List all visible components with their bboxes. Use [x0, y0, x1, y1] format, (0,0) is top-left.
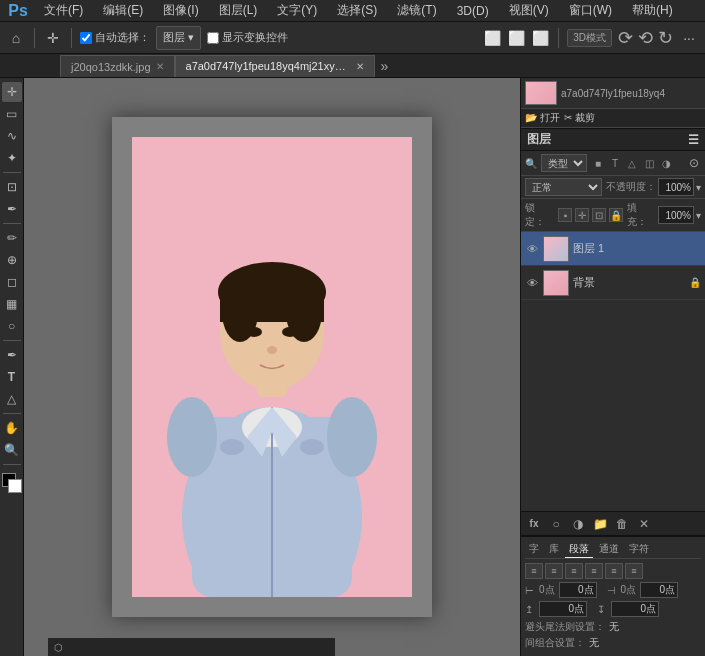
layer-bg-name: 背景 [573, 275, 685, 290]
tool-magic-wand[interactable]: ✦ [2, 148, 22, 168]
layer-item-1[interactable]: 👁 图层 1 [521, 232, 705, 266]
layer-adjustment-btn[interactable]: ◑ [569, 515, 587, 533]
menu-help[interactable]: 帮助(H) [628, 0, 677, 21]
menu-filter[interactable]: 滤镜(T) [393, 0, 440, 21]
indent-right-input[interactable] [640, 582, 678, 598]
layer-new-btn[interactable]: 🗑 [613, 515, 631, 533]
align-left-btn[interactable]: ≡ [525, 563, 543, 579]
tool-hand[interactable]: ✋ [2, 418, 22, 438]
color-boxes[interactable] [2, 473, 22, 493]
filter-smart-icon[interactable]: ◫ [642, 156, 656, 170]
tool-text[interactable]: T [2, 367, 22, 387]
menu-file[interactable]: 文件(F) [40, 0, 87, 21]
layer-delete-btn[interactable]: ✕ [635, 515, 653, 533]
para-tab-tong[interactable]: 通道 [595, 541, 623, 558]
distribute-icon[interactable]: ⬜ [506, 28, 526, 48]
show-transform-input[interactable] [207, 32, 219, 44]
arrange-icon[interactable]: ⬜ [482, 28, 502, 48]
lock-all-icon[interactable]: 🔒 [609, 208, 623, 222]
para-tab-duan[interactable]: 段落 [565, 541, 593, 558]
layer-bg-visibility[interactable]: 👁 [525, 276, 539, 290]
filter-text-icon[interactable]: T [608, 156, 622, 170]
tool-move[interactable]: ✛ [2, 82, 22, 102]
space-before-input[interactable] [539, 601, 587, 617]
tool-lasso[interactable]: ∿ [2, 126, 22, 146]
tool-eyedropper[interactable]: ✒ [2, 199, 22, 219]
tool-brush[interactable]: ✏ [2, 228, 22, 248]
layer-item-bg[interactable]: 👁 背景 🔒 [521, 266, 705, 300]
menu-view[interactable]: 视图(V) [505, 0, 553, 21]
menu-text[interactable]: 文字(Y) [273, 0, 321, 21]
menu-3d[interactable]: 3D(D) [453, 2, 493, 20]
fill-input[interactable] [658, 206, 694, 224]
para-tab-zi2[interactable]: 字符 [625, 541, 653, 558]
tool-pen[interactable]: ✒ [2, 345, 22, 365]
lock-position-icon[interactable]: ✛ [575, 208, 589, 222]
canvas-area[interactable]: ⬡ [24, 78, 520, 656]
file-crop-btn[interactable]: ✂ 裁剪 [564, 111, 595, 125]
file-open-btn[interactable]: 📂 打开 [525, 111, 560, 125]
justify-left-btn[interactable]: ≡ [585, 563, 603, 579]
tool-shape[interactable]: △ [2, 389, 22, 409]
layers-menu-icon[interactable]: ☰ [688, 133, 699, 147]
menu-window[interactable]: 窗口(W) [565, 0, 616, 21]
filter-adjust-icon[interactable]: ◑ [659, 156, 673, 170]
layer-mask-btn[interactable]: ○ [547, 515, 565, 533]
tab-image2[interactable]: a7a0d747ly1fpeu18yq4mj21xy2wzkjo.jpg @ 1… [175, 55, 375, 77]
lock-pixel-icon[interactable]: ▪ [558, 208, 572, 222]
home-icon[interactable]: ⌂ [6, 28, 26, 48]
lock-artboard-icon[interactable]: ⊡ [592, 208, 606, 222]
justify-center-btn[interactable]: ≡ [605, 563, 623, 579]
filter-shape-icon[interactable]: △ [625, 156, 639, 170]
para-tab-ku[interactable]: 库 [545, 541, 563, 558]
layer-fx-btn[interactable]: fx [525, 515, 543, 533]
layer-1-visibility[interactable]: 👁 [525, 242, 539, 256]
background-color[interactable] [8, 479, 22, 493]
tab-image1[interactable]: j20qo13zdkk.jpg ✕ [60, 55, 175, 77]
tool-zoom[interactable]: 🔍 [2, 440, 22, 460]
tab-more-btn[interactable]: » [375, 55, 395, 77]
layer-dropdown-label: 图层 [163, 30, 185, 45]
layers-bottom-bar: fx ○ ◑ 📁 🗑 ✕ [521, 511, 705, 535]
tool-crop[interactable]: ⊡ [2, 177, 22, 197]
opacity-arrow[interactable]: ▾ [696, 182, 701, 193]
menu-edit[interactable]: 编辑(E) [99, 0, 147, 21]
tab-image2-close[interactable]: ✕ [356, 61, 364, 72]
more-options-icon[interactable]: ··· [679, 28, 699, 48]
auto-select-checkbox[interactable]: 自动选择： [80, 30, 150, 45]
move-tool-icon[interactable]: ✛ [43, 28, 63, 48]
align-center-btn[interactable]: ≡ [545, 563, 563, 579]
tool-clone[interactable]: ⊕ [2, 250, 22, 270]
tool-eraser[interactable]: ◻ [2, 272, 22, 292]
menu-select[interactable]: 选择(S) [333, 0, 381, 21]
blend-mode-select[interactable]: 正常 [525, 178, 602, 196]
svg-point-15 [300, 439, 324, 455]
mojikumi-value: 无 [589, 636, 599, 650]
rotate-3d-controls[interactable]: ⟳ ⟲ ↻ [618, 27, 673, 49]
auto-select-input[interactable] [80, 32, 92, 44]
layer-dropdown-btn[interactable]: 图层 ▾ [156, 26, 201, 50]
justify-all-btn[interactable]: ≡ [625, 563, 643, 579]
filter-pixel-icon[interactable]: ■ [591, 156, 605, 170]
toolbar-separator-3 [558, 28, 559, 48]
tool-select-rect[interactable]: ▭ [2, 104, 22, 124]
tool-dodge[interactable]: ○ [2, 316, 22, 336]
menu-image[interactable]: 图像(I) [159, 0, 202, 21]
kinsoku-value: 无 [609, 620, 619, 634]
indent-left-input[interactable] [559, 582, 597, 598]
opacity-label: 不透明度： [606, 180, 656, 194]
fill-arrow[interactable]: ▾ [696, 210, 701, 221]
opacity-input[interactable] [658, 178, 694, 196]
left-toolbar-sep-5 [3, 464, 21, 465]
show-transform-checkbox[interactable]: 显示变换控件 [207, 30, 288, 45]
filter-toggle-icon[interactable]: ⊙ [687, 156, 701, 170]
align-icon[interactable]: ⬜ [530, 28, 550, 48]
tool-gradient[interactable]: ▦ [2, 294, 22, 314]
layer-type-select[interactable]: 类型 [541, 154, 587, 172]
align-right-btn[interactable]: ≡ [565, 563, 583, 579]
para-tab-zi[interactable]: 字 [525, 541, 543, 558]
tab-image1-close[interactable]: ✕ [156, 61, 164, 72]
layer-group-btn[interactable]: 📁 [591, 515, 609, 533]
space-after-input[interactable] [611, 601, 659, 617]
menu-layer[interactable]: 图层(L) [215, 0, 262, 21]
